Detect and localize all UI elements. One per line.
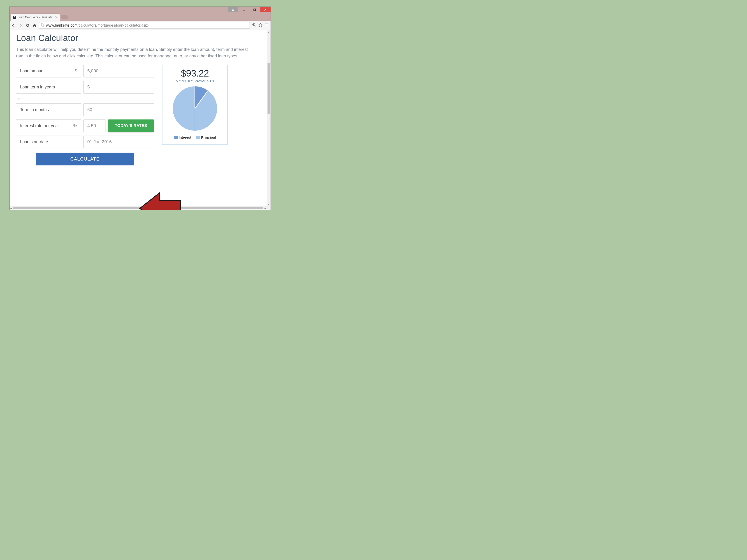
new-tab-button[interactable] (60, 15, 68, 19)
todays-rates-button[interactable]: TODAY'S RATES (108, 119, 154, 132)
loan-term-years-input[interactable] (83, 81, 154, 93)
home-icon[interactable] (32, 23, 37, 28)
legend-interest: Interest (174, 135, 191, 139)
page-description: This loan calculator will help you deter… (16, 47, 250, 59)
vertical-scrollbar[interactable]: ▲ ▼ (267, 30, 271, 207)
loan-amount-input[interactable] (83, 65, 154, 77)
tab-title: Loan Calculator - Bankrate (18, 16, 53, 19)
menu-icon[interactable] (265, 23, 269, 28)
payment-pie-chart (173, 86, 217, 131)
term-months-input[interactable] (83, 104, 154, 116)
svg-line-6 (255, 25, 256, 26)
zoom-icon[interactable] (252, 23, 256, 28)
maximize-button[interactable] (249, 7, 260, 12)
tab-close-icon[interactable]: ✕ (55, 16, 57, 19)
svg-rect-2 (254, 9, 255, 10)
page-icon (41, 23, 44, 28)
back-icon[interactable] (11, 23, 16, 28)
reload-icon[interactable] (25, 23, 30, 28)
url-path: /calculators/mortgages/loan-calculator.a… (77, 23, 149, 27)
scroll-corner (267, 207, 271, 210)
address-bar[interactable]: www.bankrate.com/calculators/mortgages/l… (39, 22, 250, 29)
loan-form: Loan amount $ Loan term in years (16, 64, 154, 165)
monthly-payment-label: MONTHLY PAYMENTS (166, 79, 224, 83)
calculate-button[interactable]: CALCULATE (36, 153, 134, 165)
scroll-down-icon[interactable]: ▼ (267, 203, 271, 207)
user-icon[interactable] (228, 7, 238, 12)
minimize-button[interactable] (238, 7, 249, 12)
window-controls (9, 7, 271, 13)
result-panel: $93.22 MONTHLY PAYMENTS Interest Princip… (162, 64, 228, 145)
page-viewport: Loan Calculator This loan calculator wil… (9, 30, 271, 210)
favicon-icon: B (13, 16, 16, 19)
legend-principal: Principal (196, 135, 216, 139)
or-divider: or (17, 97, 154, 101)
page-title: Loan Calculator (16, 33, 260, 43)
url-domain: www.bankrate.com (46, 23, 77, 27)
hscroll-thumb[interactable] (13, 207, 263, 209)
loan-amount-label: Loan amount $ (16, 64, 81, 77)
close-button[interactable] (260, 7, 271, 12)
browser-window: B Loan Calculator - Bankrate ✕ (9, 6, 271, 210)
scroll-up-icon[interactable]: ▲ (267, 30, 271, 34)
star-icon[interactable] (258, 23, 263, 28)
scroll-right-icon[interactable]: ▶ (264, 207, 266, 210)
term-months-label: Term in months (16, 103, 81, 116)
scroll-thumb[interactable] (267, 63, 270, 114)
horizontal-scrollbar[interactable]: ◀ ▶ (9, 207, 267, 210)
forward-icon[interactable] (19, 23, 23, 28)
scroll-left-icon[interactable]: ◀ (10, 207, 12, 210)
browser-toolbar: www.bankrate.com/calculators/mortgages/l… (9, 21, 271, 30)
interest-rate-input[interactable] (83, 120, 105, 132)
tab-active[interactable]: B Loan Calculator - Bankrate ✕ (11, 14, 60, 21)
tab-strip: B Loan Calculator - Bankrate ✕ (9, 13, 271, 21)
monthly-payment-amount: $93.22 (166, 68, 224, 79)
page-content: Loan Calculator This loan calculator wil… (9, 30, 267, 207)
svg-point-0 (232, 9, 233, 9)
chart-legend: Interest Principal (166, 135, 224, 139)
start-date-label: Loan start date (16, 136, 81, 149)
interest-rate-label: Interest rate per year % (16, 119, 81, 132)
loan-term-years-label: Loan term in years (16, 81, 81, 94)
start-date-input[interactable] (83, 136, 154, 148)
